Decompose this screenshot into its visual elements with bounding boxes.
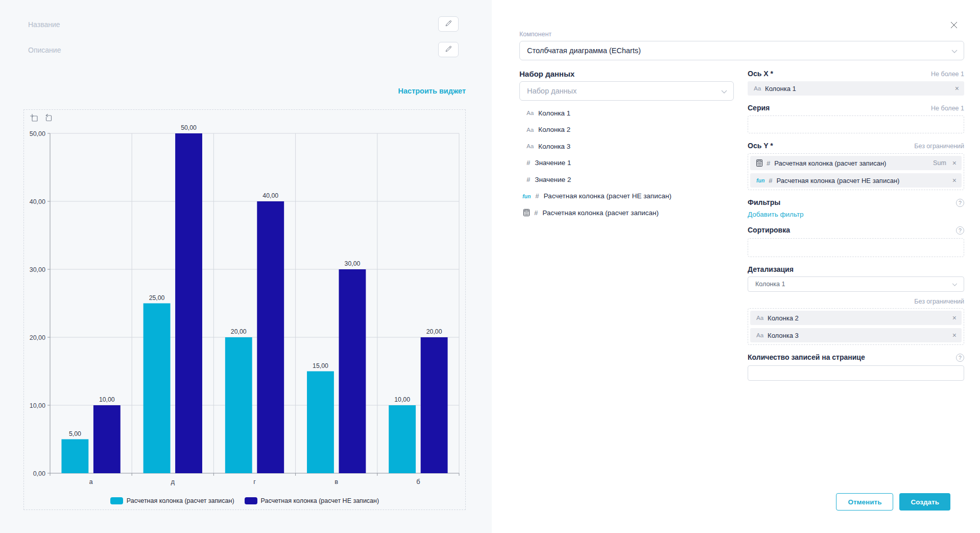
svg-text:20,00: 20,00 — [30, 334, 45, 341]
function-icon: fun — [522, 193, 531, 199]
dataset-item-label: Значение 1 — [535, 159, 571, 167]
edit-description-button[interactable] — [438, 42, 459, 57]
help-icon[interactable]: ? — [956, 354, 964, 362]
legend-item-written[interactable]: Расчетная колонка (расчет записан) — [110, 497, 234, 504]
text-type-icon: Aa — [754, 85, 761, 91]
x-axis-chip-column1[interactable]: Aa Колонка 1 × — [748, 81, 964, 96]
chart-legend: Расчетная колонка (расчет записан) Расче… — [24, 497, 465, 504]
bar-chart: 0,0010,0020,0030,0040,0050,00адгвб5,0025… — [24, 110, 465, 491]
component-select[interactable]: Столбчатая диаграмма (ECharts) — [519, 41, 964, 60]
legend-label: Расчетная колонка (расчет записан) — [127, 497, 234, 504]
svg-text:40,00: 40,00 — [30, 198, 45, 205]
legend-item-not-written[interactable]: Расчетная колонка (расчет НЕ записан) — [245, 497, 379, 504]
dataset-item-label: Колонка 2 — [538, 126, 570, 133]
chevron-down-icon — [721, 87, 727, 95]
text-type-icon: Aa — [756, 315, 763, 321]
remove-icon[interactable]: × — [952, 159, 957, 167]
chart-widget: 0,0010,0020,0030,0040,0050,00адгвб5,0025… — [23, 109, 466, 510]
sorting-dropzone[interactable] — [748, 238, 964, 257]
svg-text:0,00: 0,00 — [33, 470, 45, 477]
add-filter-link[interactable]: Добавить фильтр — [748, 211, 804, 218]
number-type-icon: # — [767, 159, 770, 167]
svg-text:б: б — [416, 478, 420, 485]
text-type-icon: Aa — [527, 127, 534, 133]
calculator-icon — [523, 209, 530, 216]
number-type-icon: # — [535, 192, 539, 200]
legend-label: Расчетная колонка (расчет НЕ записан) — [261, 497, 379, 504]
series-limit: Не более 1 — [931, 105, 964, 112]
detail-select[interactable]: Колонка 1 — [748, 276, 964, 292]
function-icon: fun — [756, 177, 764, 183]
svg-text:а: а — [89, 478, 93, 485]
y-axis-chip-calc-not-written[interactable]: fun # Расчетная колонка (расчет НЕ запис… — [750, 173, 962, 188]
text-type-icon: Aa — [527, 143, 534, 149]
dataset-item-label: Значение 2 — [535, 176, 571, 183]
legend-swatch-navy — [245, 497, 257, 504]
number-type-icon: # — [769, 177, 772, 184]
remove-icon[interactable]: × — [952, 177, 957, 184]
text-type-icon: Aa — [527, 110, 534, 116]
dataset-item-calc-written[interactable]: # Расчетная колонка (расчет записан) — [519, 204, 734, 221]
detail-dropzone[interactable]: Aa Колонка 2 × Aa Колонка 3 × — [748, 308, 964, 345]
series-dropzone[interactable] — [748, 115, 964, 133]
help-icon[interactable]: ? — [956, 199, 964, 207]
remove-icon[interactable]: × — [955, 85, 959, 92]
svg-text:30,00: 30,00 — [30, 266, 45, 273]
dataset-item-label: Колонка 3 — [538, 143, 570, 150]
x-axis-title: Ось X * — [748, 69, 773, 78]
dataset-column-list: Aa Колонка 1 Aa Колонка 2 Aa Колонка 3 #… — [519, 105, 734, 221]
dataset-select[interactable]: Набор данных — [519, 81, 734, 101]
edit-name-button[interactable] — [438, 16, 459, 32]
aggregation-badge[interactable]: Sum — [933, 159, 946, 167]
dataset-item-column3[interactable]: Aa Колонка 3 — [519, 138, 734, 155]
svg-text:10,00: 10,00 — [30, 402, 45, 409]
page-size-title: Количество записей на странице — [748, 353, 865, 361]
number-type-icon: # — [527, 159, 530, 167]
chevron-down-icon — [951, 47, 958, 55]
page-size-input[interactable] — [748, 365, 964, 381]
detail-chip-column2[interactable]: Aa Колонка 2 × — [750, 311, 962, 325]
create-button[interactable]: Создать — [899, 493, 950, 511]
remove-icon[interactable]: × — [952, 332, 957, 339]
legend-swatch-cyan — [110, 497, 123, 504]
y-axis-limit: Без ограничений — [914, 143, 964, 150]
dataset-item-value2[interactable]: # Значение 2 — [519, 171, 734, 188]
chip-label: Колонка 2 — [768, 314, 948, 322]
number-type-icon: # — [534, 209, 538, 217]
detail-chip-column3[interactable]: Aa Колонка 3 × — [750, 328, 962, 342]
dataset-title: Набор данных — [519, 69, 734, 78]
widget-preview-panel: Название Описание Настроить виджет — [0, 0, 492, 533]
restore-icon[interactable] — [44, 113, 53, 123]
dataset-item-column1[interactable]: Aa Колонка 1 — [519, 105, 734, 122]
chevron-down-icon — [952, 281, 958, 288]
svg-text:50,00: 50,00 — [30, 130, 45, 137]
svg-text:15,00: 15,00 — [313, 362, 328, 369]
dataset-item-value1[interactable]: # Значение 1 — [519, 155, 734, 172]
dataset-item-label: Расчетная колонка (расчет записан) — [542, 209, 659, 217]
data-zoom-icon[interactable] — [30, 113, 39, 123]
y-axis-dropzone[interactable]: # Расчетная колонка (расчет записан) Sum… — [748, 153, 964, 190]
description-field-label: Описание — [28, 46, 61, 54]
name-field-label: Название — [28, 20, 60, 29]
dataset-item-label: Расчетная колонка (расчет НЕ записан) — [544, 192, 672, 200]
calculator-icon — [756, 159, 762, 167]
chart-toolbox — [30, 113, 53, 123]
svg-text:20,00: 20,00 — [231, 328, 247, 335]
dataset-item-calc-not-written[interactable]: fun # Расчетная колонка (расчет НЕ запис… — [519, 188, 734, 205]
cancel-button[interactable]: Отменить — [836, 493, 893, 511]
y-axis-chip-calc-written[interactable]: # Расчетная колонка (расчет записан) Sum… — [750, 156, 962, 170]
svg-text:г: г — [253, 478, 256, 485]
dataset-item-label: Колонка 1 — [538, 109, 570, 117]
x-axis-limit: Не более 1 — [931, 71, 964, 78]
filters-title: Фильтры — [748, 198, 780, 206]
remove-icon[interactable]: × — [952, 314, 957, 321]
dataset-select-placeholder: Набор данных — [527, 87, 577, 95]
configure-widget-link[interactable]: Настроить виджет — [398, 87, 466, 95]
help-icon[interactable]: ? — [956, 226, 964, 235]
svg-text:5,00: 5,00 — [69, 430, 81, 437]
close-icon[interactable] — [949, 20, 960, 31]
svg-text:30,00: 30,00 — [345, 260, 361, 267]
dataset-item-column2[interactable]: Aa Колонка 2 — [519, 122, 734, 138]
number-type-icon: # — [527, 176, 530, 183]
svg-text:20,00: 20,00 — [426, 328, 442, 335]
